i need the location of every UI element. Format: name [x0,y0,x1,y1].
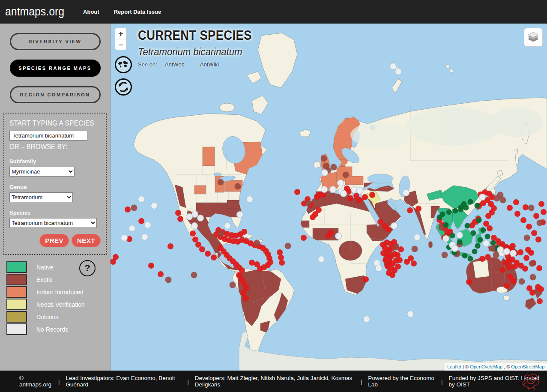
legend-row: Indoor Introduced [6,286,110,298]
occurrence-point [305,200,312,207]
occurrence-point [437,215,442,220]
occurrence-point [476,218,482,223]
occurrence-point [530,274,536,281]
leaflet-link[interactable]: Leaflet [447,364,461,369]
footer-developers: Developers: Matt Ziegler, Nitish Narula,… [195,375,355,388]
zoom-out-button[interactable]: − [115,39,126,50]
occurrence-point [218,179,224,186]
diversity-view-button[interactable]: DIVERSITY VIEW [10,33,101,50]
zoom-in-button[interactable]: + [115,28,126,39]
occurrence-point [279,260,285,266]
occurrence-point [479,194,486,200]
occurrence-point [504,283,510,289]
occurrence-point [390,63,397,70]
occurrence-point [443,236,449,242]
occurrence-point [475,243,481,249]
subfamily-label: Subfamily [9,158,101,165]
occurrence-point [510,278,516,284]
occurrence-point [443,222,449,228]
app-logo[interactable]: antmaps.org [5,5,64,18]
occurrence-point [533,213,539,219]
region-comparison-button[interactable]: REGION COMPARISON [10,86,101,103]
opencyclemap-link[interactable]: OpenCycleMap [470,364,502,369]
occurrence-point [395,69,402,75]
occurrence-point [341,191,347,197]
occurrence-point [407,207,413,213]
occurrence-point [191,272,197,278]
openstreetmap-link[interactable]: OpenStreetMap [511,364,544,369]
map-canvas[interactable]: + − [111,24,547,371]
occurrence-point [529,260,535,267]
occurrence-point [175,210,181,216]
next-species-button[interactable]: NEXT [72,234,101,247]
occurrence-point [397,257,403,263]
world-map[interactable] [111,24,547,371]
occurrence-point [343,172,349,178]
occurrence-point [442,252,448,258]
species-range-maps-button[interactable]: SPECIES RANGE MAPS [10,60,101,77]
tasmania [503,295,509,300]
occurrence-point [138,218,144,224]
nav-report-data-issue[interactable]: Report Data Issue [114,9,161,15]
occurrence-point [138,196,145,203]
occurrence-point [472,249,478,254]
species-search-input[interactable] [9,131,87,141]
legend-label: Dubious [36,314,58,320]
occurrence-point [278,254,284,260]
genus-select[interactable]: Tetramorium [9,192,73,202]
occurrence-point [190,230,196,236]
occurrence-point [535,236,541,242]
occurrence-point [241,229,247,235]
prev-species-button[interactable]: PREV [39,234,69,247]
occurrence-point [199,246,205,252]
occurrence-point [357,188,363,194]
occurrence-point [330,186,336,193]
world-view-button[interactable] [115,56,132,73]
occurrence-point [218,230,224,237]
occurrence-point [485,254,491,260]
occurrence-point [395,252,401,258]
occurrence-point [197,215,204,221]
map-attribution: Leaflet | © OpenCycleMap , © OpenStreetM… [445,363,547,371]
legend-help-button[interactable]: ? [79,260,96,276]
refresh-map-button[interactable] [115,78,132,96]
occurrence-point [510,250,517,257]
occurrence-point [320,192,326,198]
occurrence-point [377,219,383,225]
occurrence-point [211,254,217,260]
layers-control-button[interactable] [524,28,543,47]
occurrence-point [395,263,401,269]
occurrence-point [247,196,253,203]
nav-about[interactable]: About [83,9,99,15]
occurrence-point [205,251,211,257]
occurrence-point [391,223,398,229]
antwiki-link[interactable]: AntWiki [200,61,219,68]
occurrence-point [148,263,154,269]
occurrence-point [338,180,344,186]
antweb-link[interactable]: AntWeb [165,61,185,68]
occurrence-point [322,170,328,176]
occurrence-point [497,192,504,198]
legend-label: Needs Verification [36,301,85,308]
occurrence-point [195,242,201,248]
occurrence-point [493,252,499,258]
app-footer: © antmaps.org | Lead Investigators: Evan… [0,371,547,392]
legend-label: Indoor Introduced [36,289,84,296]
footer-copyright: © antmaps.org [19,375,52,388]
occurrence-point [235,183,241,190]
subfamily-select[interactable]: Myrmicinae [9,167,75,177]
attrib-sep: | © [463,364,470,369]
occurrence-point [131,205,137,211]
occurrence-point [321,156,327,162]
species-select[interactable]: Tetramorium bicarinatum [9,218,97,228]
occurrence-point [465,223,470,229]
legend-label: No Records [36,326,68,333]
occurrence-point [487,225,493,231]
occurrence-point [243,285,249,291]
search-heading: START TYPING A SPECIES [9,120,96,127]
occurrence-point [481,227,486,233]
occurrence-point [240,290,246,296]
occurrence-point [364,316,370,323]
occurrence-point [167,243,173,249]
occurrence-point [462,253,468,259]
